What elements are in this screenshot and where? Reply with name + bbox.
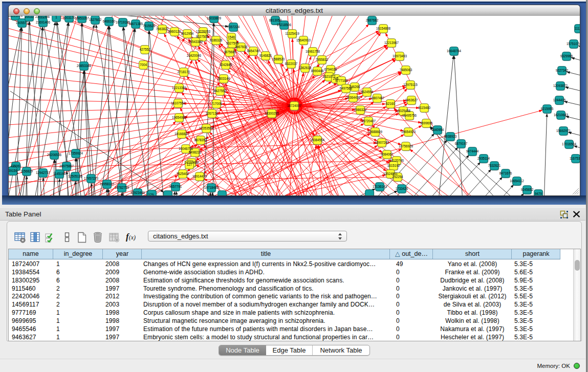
svg-text:17957223: 17957223 (84, 177, 99, 180)
svg-text:20033: 20033 (25, 16, 34, 18)
svg-text:23420046: 23420046 (187, 54, 202, 57)
svg-text:15640910: 15640910 (296, 38, 311, 42)
svg-text:9657791: 9657791 (169, 185, 182, 188)
svg-text:20364436: 20364436 (346, 96, 361, 99)
svg-text:8471676: 8471676 (499, 171, 512, 175)
svg-text:16107552: 16107552 (171, 101, 186, 105)
svg-text:9227342: 9227342 (556, 69, 569, 72)
svg-text:8186328: 8186328 (210, 38, 223, 42)
svg-text:23691406: 23691406 (35, 16, 50, 18)
svg-text:19654985: 19654985 (172, 116, 187, 119)
svg-text:8215955: 8215955 (541, 107, 554, 111)
svg-text:127: 127 (187, 163, 192, 166)
svg-text:16961758: 16961758 (306, 50, 320, 53)
svg-text:435061: 435061 (10, 164, 21, 168)
svg-text:10958107: 10958107 (100, 182, 115, 186)
svg-text:7515526: 7515526 (143, 24, 156, 28)
svg-text:717006: 717006 (211, 102, 222, 105)
svg-text:7357224: 7357224 (227, 25, 240, 29)
svg-text:9474444: 9474444 (466, 149, 479, 153)
svg-text:12505135: 12505135 (68, 174, 83, 178)
svg-text:8960123: 8960123 (168, 30, 181, 33)
svg-text:11325419: 11325419 (285, 32, 299, 35)
svg-text:129: 129 (148, 193, 154, 195)
svg-text:12213967: 12213967 (384, 41, 399, 45)
svg-text:8678352: 8678352 (194, 138, 207, 142)
svg-text:9329966: 9329966 (560, 54, 573, 58)
svg-text:3624554: 3624554 (361, 90, 374, 94)
svg-text:10543382: 10543382 (188, 40, 203, 43)
svg-text:16914479: 16914479 (192, 174, 207, 178)
svg-text:1615192: 1615192 (387, 164, 400, 167)
svg-text:7485063: 7485063 (400, 68, 412, 72)
svg-text:5498222: 5498222 (189, 150, 202, 154)
svg-text:11121: 11121 (575, 27, 580, 30)
svg-text:62160: 62160 (386, 102, 395, 105)
svg-text:18300295: 18300295 (265, 112, 279, 115)
svg-text:2935114: 2935114 (477, 157, 490, 160)
svg-text:10973493: 10973493 (393, 54, 407, 58)
svg-text:19718485: 19718485 (204, 186, 219, 189)
svg-text:9699695: 9699695 (420, 121, 433, 125)
svg-text:10853267: 10853267 (75, 16, 90, 20)
svg-text:7632621: 7632621 (488, 164, 501, 167)
svg-text:20853346: 20853346 (77, 64, 92, 68)
svg-text:2887682: 2887682 (366, 18, 379, 22)
svg-text:9084067: 9084067 (381, 152, 394, 156)
svg-text:3875685: 3875685 (224, 50, 236, 54)
svg-text:12942737: 12942737 (36, 171, 51, 174)
svg-text:16782759: 16782759 (115, 186, 129, 189)
svg-text:1003170: 1003170 (63, 16, 76, 19)
svg-text:2803144: 2803144 (217, 77, 230, 80)
svg-text:9463627: 9463627 (405, 98, 418, 102)
svg-text:427552: 427552 (139, 48, 150, 51)
svg-text:16671385: 16671385 (128, 22, 143, 26)
svg-text:1362615: 1362615 (299, 66, 312, 70)
svg-text:1244415: 1244415 (553, 98, 566, 102)
svg-text:39159: 39159 (9, 169, 17, 172)
svg-text:12093872: 12093872 (553, 84, 568, 87)
svg-text:10688609: 10688609 (368, 130, 383, 134)
svg-text:10046756: 10046756 (179, 147, 193, 150)
svg-text:1905571: 1905571 (16, 21, 29, 25)
svg-text:10807487: 10807487 (370, 96, 385, 100)
svg-text:18724007: 18724007 (287, 104, 302, 107)
svg-text:3267130: 3267130 (206, 112, 219, 115)
svg-text:19384554: 19384554 (310, 138, 325, 142)
svg-text:7004: 7004 (140, 63, 147, 67)
svg-text:1527602: 1527602 (89, 18, 102, 21)
svg-text:7663822: 7663822 (156, 27, 169, 31)
svg-text:16648784: 16648784 (447, 49, 462, 53)
svg-text:9242845: 9242845 (220, 63, 232, 67)
svg-text:19166827: 19166827 (175, 132, 189, 136)
svg-text:16033809: 16033809 (207, 16, 222, 20)
svg-text:1167533: 1167533 (570, 157, 580, 160)
svg-text:15751074: 15751074 (567, 42, 580, 46)
svg-text:19654923: 19654923 (401, 130, 416, 134)
svg-text:10120746: 10120746 (389, 159, 404, 162)
svg-text:15692971: 15692971 (556, 129, 571, 133)
svg-text:8938923: 8938923 (444, 135, 457, 138)
svg-text:20206536: 20206536 (47, 153, 62, 157)
svg-text:9327505: 9327505 (226, 41, 239, 45)
svg-text:16495756: 16495756 (402, 114, 417, 117)
svg-text:1: 1 (55, 16, 57, 19)
svg-text:12975115: 12975115 (403, 83, 418, 86)
svg-text:8454749: 8454749 (247, 49, 260, 53)
svg-text:1588520: 1588520 (272, 57, 285, 61)
svg-text:1733426: 1733426 (396, 187, 408, 190)
svg-text:17359924: 17359924 (69, 151, 83, 155)
svg-text:1156829: 1156829 (20, 169, 33, 173)
svg-text:9777169: 9777169 (335, 79, 348, 82)
svg-text:10025458: 10025458 (396, 109, 411, 113)
svg-text:12923446: 12923446 (130, 191, 145, 194)
svg-text:9115460: 9115460 (418, 106, 431, 110)
svg-text:7955812: 7955812 (316, 58, 329, 61)
svg-text:16154808: 16154808 (376, 27, 391, 30)
svg-text:15136141: 15136141 (373, 185, 387, 188)
svg-text:8990448: 8990448 (311, 69, 324, 73)
svg-text:10654112: 10654112 (510, 179, 524, 183)
svg-text:6794028: 6794028 (324, 68, 337, 71)
svg-text:15720407: 15720407 (361, 119, 376, 123)
svg-text:6879197: 6879197 (455, 142, 468, 145)
